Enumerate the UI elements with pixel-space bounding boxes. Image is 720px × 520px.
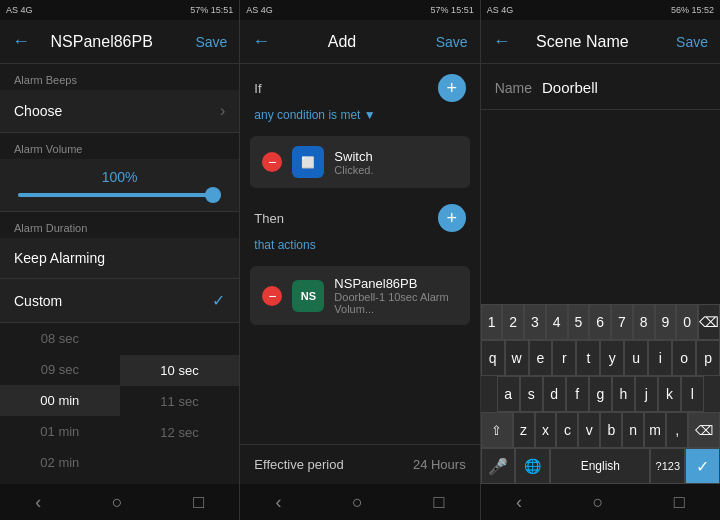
custom-item[interactable]: Custom ✓ [0, 279, 239, 323]
picker-item-selected[interactable]: 10 sec [120, 355, 240, 386]
key-h[interactable]: h [612, 376, 635, 412]
key-x[interactable]: x [535, 412, 557, 448]
key-f[interactable]: f [566, 376, 589, 412]
header-title-3: Scene Name [519, 33, 646, 51]
slider-fill [18, 193, 221, 197]
slider-thumb[interactable] [205, 187, 221, 203]
picker-item[interactable]: 02 min [0, 447, 120, 478]
home-nav-icon-3[interactable]: ○ [592, 492, 603, 513]
key-w[interactable]: w [505, 340, 529, 376]
then-section-row: Then + [240, 194, 479, 236]
recent-nav-icon-3[interactable]: □ [674, 492, 685, 513]
key-l[interactable]: l [681, 376, 704, 412]
key-globe[interactable]: 🌐 [515, 448, 550, 484]
remove-switch-button[interactable]: − [262, 152, 282, 172]
picker-item[interactable]: 11 sec [120, 386, 240, 417]
name-input[interactable] [542, 79, 720, 96]
key-s[interactable]: s [520, 376, 543, 412]
status-left-3: AS 4G [487, 5, 514, 15]
key-0[interactable]: 0 [676, 304, 698, 340]
save-button-3[interactable]: Save [676, 34, 708, 50]
key-7[interactable]: 7 [611, 304, 633, 340]
picker-item[interactable]: 01 min [0, 416, 120, 447]
save-button-2[interactable]: Save [436, 34, 468, 50]
key-u[interactable]: u [624, 340, 648, 376]
back-button-3[interactable]: ← [493, 31, 511, 52]
picker-item[interactable]: 08 sec [0, 323, 120, 354]
key-v[interactable]: v [578, 412, 600, 448]
panel-alarm-settings: AS 4G 57% 15:51 ← NSPanel86PB Save Alarm… [0, 0, 240, 520]
picker-item[interactable] [120, 339, 240, 355]
key-j[interactable]: j [635, 376, 658, 412]
save-button-1[interactable]: Save [195, 34, 227, 50]
key-8[interactable]: 8 [633, 304, 655, 340]
key-r[interactable]: r [552, 340, 576, 376]
switch-card[interactable]: − ⬜ Switch Clicked. [250, 136, 469, 188]
key-g[interactable]: g [589, 376, 612, 412]
key-4[interactable]: 4 [546, 304, 568, 340]
picker-item[interactable] [120, 323, 240, 339]
key-delete[interactable]: ⌫ [688, 412, 720, 448]
alarm-beeps-label: Alarm Beeps [0, 64, 239, 90]
add-then-button[interactable]: + [438, 204, 466, 232]
header-2: ← Add Save [240, 20, 479, 64]
recent-nav-icon-2[interactable]: □ [433, 492, 444, 513]
header-3: ← Scene Name Save [481, 20, 720, 64]
key-e[interactable]: e [529, 340, 553, 376]
key-backspace[interactable]: ⌫ [698, 304, 720, 340]
status-left-2: AS 4G [246, 5, 273, 15]
home-nav-icon[interactable]: ○ [112, 492, 123, 513]
remove-ns-button[interactable]: − [262, 286, 282, 306]
key-n[interactable]: n [622, 412, 644, 448]
key-shift[interactable]: ⇧ [481, 412, 513, 448]
key-5[interactable]: 5 [568, 304, 590, 340]
key-z[interactable]: z [513, 412, 535, 448]
back-nav-icon-3[interactable]: ‹ [516, 492, 522, 513]
key-space[interactable]: English [550, 448, 650, 484]
add-if-button[interactable]: + [438, 74, 466, 102]
ns-card[interactable]: − NS NSPanel86PB Doorbell-1 10sec Alarm … [250, 266, 469, 325]
key-m[interactable]: m [644, 412, 666, 448]
actions-text: that actions [240, 236, 479, 260]
key-t[interactable]: t [576, 340, 600, 376]
key-mic[interactable]: 🎤 [481, 448, 516, 484]
key-o[interactable]: o [672, 340, 696, 376]
key-a[interactable]: a [497, 376, 520, 412]
choose-item[interactable]: Choose › [0, 90, 239, 133]
recent-nav-icon[interactable]: □ [193, 492, 204, 513]
time-picker[interactable]: 08 sec 09 sec 00 min 01 min 02 min 10 se… [0, 323, 239, 484]
keyboard: 1 2 3 4 5 6 7 8 9 0 ⌫ q w e r t y u i o … [481, 304, 720, 484]
nav-bar-3: ‹ ○ □ [481, 484, 720, 520]
key-6[interactable]: 6 [589, 304, 611, 340]
back-nav-icon[interactable]: ‹ [35, 492, 41, 513]
key-c[interactable]: c [556, 412, 578, 448]
back-button-1[interactable]: ← [12, 31, 30, 52]
back-nav-icon-2[interactable]: ‹ [276, 492, 282, 513]
effective-row[interactable]: Effective period 24 Hours [240, 444, 479, 484]
picker-item[interactable]: 09 sec [0, 354, 120, 385]
check-icon: ✓ [212, 291, 225, 310]
key-y[interactable]: y [600, 340, 624, 376]
key-2[interactable]: 2 [502, 304, 524, 340]
key-i[interactable]: i [648, 340, 672, 376]
choose-text: Choose [14, 103, 220, 119]
key-9[interactable]: 9 [655, 304, 677, 340]
condition-text[interactable]: any condition is met ▼ [240, 106, 479, 130]
key-k[interactable]: k [658, 376, 681, 412]
key-1[interactable]: 1 [481, 304, 503, 340]
key-num[interactable]: ?123 [650, 448, 685, 484]
key-done[interactable]: ✓ [685, 448, 720, 484]
slider-track[interactable] [18, 193, 221, 197]
picker-item[interactable]: 12 sec [120, 417, 240, 448]
picker-item-selected[interactable]: 00 min [0, 385, 120, 416]
home-nav-icon-2[interactable]: ○ [352, 492, 363, 513]
key-d[interactable]: d [543, 376, 566, 412]
picker-col-right: 10 sec 11 sec 12 sec [120, 323, 240, 484]
key-3[interactable]: 3 [524, 304, 546, 340]
keep-alarming-item[interactable]: Keep Alarming [0, 238, 239, 279]
back-button-2[interactable]: ← [252, 31, 270, 52]
key-b[interactable]: b [600, 412, 622, 448]
key-p[interactable]: p [696, 340, 720, 376]
key-comma[interactable]: , [666, 412, 688, 448]
key-q[interactable]: q [481, 340, 505, 376]
